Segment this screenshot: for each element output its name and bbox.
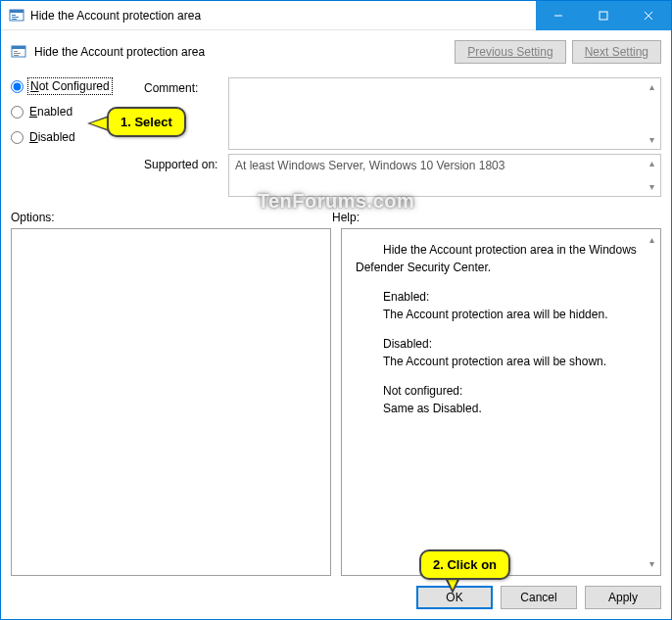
footer-buttons: OK Cancel Apply [11,576,661,609]
panes: Hide the Account protection area in the … [11,228,661,576]
minimize-button[interactable] [536,1,581,30]
window-controls [536,1,671,30]
supported-on-box: At least Windows Server, Windows 10 Vers… [228,154,661,197]
next-setting-button[interactable]: Next Setting [572,40,661,64]
close-button[interactable] [626,1,671,30]
help-enabled: Enabled: The Account protection area wil… [356,288,647,323]
page-title: Hide the Account protection area [34,45,449,59]
policy-editor-window: Hide the Account protection area Hide th… [0,0,672,620]
settings-grid: Not Configured Enabled Disabled Comment:… [11,77,661,197]
header-row: Hide the Account protection area Previou… [11,38,661,66]
svg-rect-2 [12,15,16,16]
svg-rect-4 [12,19,17,20]
radio-not-configured-input[interactable] [11,80,24,93]
radio-not-configured[interactable]: Not Configured [11,79,138,93]
comment-label: Comment: [144,77,222,95]
comment-textarea[interactable]: ▴ ▾ [228,77,661,150]
options-pane [11,228,331,576]
help-label: Help: [332,211,360,224]
callout-2: 2. Click on [419,549,510,580]
radio-enabled-label: Enabled [29,105,72,119]
svg-rect-10 [12,46,25,49]
radio-disabled-label: Disabled [29,130,75,144]
svg-rect-11 [14,51,18,52]
help-disabled: Disabled: The Account protection area wi… [356,335,647,370]
scroll-down-icon[interactable]: ▾ [645,133,658,147]
callout-1: 1. Select [107,107,186,137]
scroll-up-icon[interactable]: ▴ [645,157,658,170]
scroll-up-icon[interactable]: ▴ [645,80,658,94]
scroll-down-icon[interactable]: ▾ [645,180,658,194]
svg-rect-12 [14,53,21,54]
help-intro: Hide the Account protection area in the … [356,241,647,276]
help-notconfigured: Not configured: Same as Disabled. [356,382,647,417]
callout-1-tail [87,116,109,131]
app-icon [9,8,24,24]
help-text: Hide the Account protection area in the … [342,229,660,441]
maximize-button[interactable] [581,1,626,30]
previous-setting-button[interactable]: Previous Setting [455,40,565,64]
titlebar: Hide the Account protection area [1,1,671,30]
svg-rect-1 [10,10,24,13]
scroll-down-icon[interactable]: ▾ [645,557,658,571]
scroll-up-icon[interactable]: ▴ [645,233,658,247]
policy-icon [11,44,26,60]
svg-rect-3 [12,17,19,18]
supported-label: Supported on: [144,154,222,171]
radio-enabled-input[interactable] [11,106,24,119]
svg-rect-6 [600,12,607,20]
svg-rect-13 [14,55,19,56]
radio-disabled-input[interactable] [11,131,24,144]
help-pane: Hide the Account protection area in the … [341,228,661,576]
cancel-button[interactable]: Cancel [501,586,577,609]
options-label: Options: [11,211,332,224]
pane-labels: Options: Help: [11,211,661,224]
window-title: Hide the Account protection area [30,9,536,23]
radio-not-configured-label: Not Configured [29,79,111,93]
apply-button[interactable]: Apply [585,586,661,609]
supported-on-text: At least Windows Server, Windows 10 Vers… [235,159,504,172]
